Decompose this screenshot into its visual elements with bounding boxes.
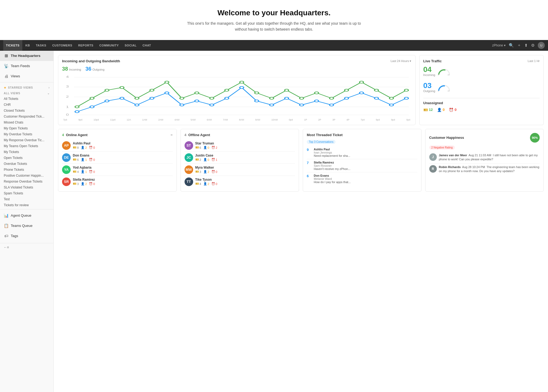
unassigned-title: Unassigned [423,101,540,105]
nav-chat[interactable]: CHAT [140,40,154,51]
outgoing-label: Outgoing [92,68,104,71]
sidebar-collapse-btn[interactable]: ←≡ [0,243,53,251]
sidebar-link-phone[interactable]: Phone Tickets [0,167,53,173]
sidebar-link-spam[interactable]: Spam Tickets [0,190,53,196]
nav-tasks[interactable]: TASKS [33,40,49,51]
sidebar-item-views[interactable]: 🖨 Views [0,71,53,81]
overdue-icon: ⏰ [449,108,453,112]
agent-stats-1: 🎫 6 👤 1 ⏰ 0 [73,158,173,161]
share-icon[interactable]: ⬆ [524,43,528,48]
sidebar-item-agent-queue[interactable]: 📊 Agent Queue [0,210,53,221]
agent-info-2: Yod Agbaria 🎫 4 👤 1 ⏰ 0 [73,166,173,173]
sidebar-link-for-review[interactable]: Tickets for review [0,202,53,208]
bandwidth-title: Incoming and Outgoing Bandwidth [62,59,120,63]
outgoing-gauge-svg: 10 0 [437,84,451,92]
agent-stats-2: 🎫 4 👤 1 ⏰ 0 [73,170,173,173]
nav-reports[interactable]: REPORTS [75,40,96,51]
starred-views-header[interactable]: ★ STARRED VIEWS › [0,84,53,90]
offline-agent-info-1: Justin Case 🎫 2 👤 0 ⏰ 1 [195,154,295,161]
sidebar-link-overdue[interactable]: Overdue Tickets [0,161,53,167]
sidebar-link-open[interactable]: Open Tickets [0,155,53,161]
teams-queue-icon: 📋 [4,223,9,228]
svg-point-11 [90,97,94,99]
incoming-legend: 38 Incoming [62,66,81,72]
offline-agent-stats-0: 🎫 6 👤 0 ⏰ 2 [195,146,295,149]
nav-tickets[interactable]: TICKETS [3,40,22,51]
svg-point-31 [390,97,394,99]
nav-customers[interactable]: CUSTOMERS [49,40,75,51]
sidebar-link-my-open[interactable]: My Open Tickets [0,125,53,131]
happiness-score: 90% [530,133,540,143]
svg-point-52 [359,92,363,94]
agent-avatar-0: AP [62,141,71,150]
nav-kb[interactable]: KB [23,40,33,51]
nav-social[interactable]: SOCIAL [122,40,139,51]
hero-description: This one's for the managers. Get all you… [183,20,365,32]
svg-point-14 [135,97,139,99]
svg-point-32 [404,89,408,91]
svg-point-13 [120,86,124,89]
user-avatar[interactable]: U [538,42,545,49]
unassigned-stat-agents: 👤 0 [437,108,445,112]
svg-point-47 [285,97,289,99]
feedback-text-1: Robin Richards Aug 28 10:24 PM The engin… [439,165,540,173]
sidebar-item-team-feeds[interactable]: 📡 Team Feeds [0,61,53,71]
svg-point-46 [270,104,274,106]
sidebar-link-all-tickets[interactable]: All Tickets [0,96,53,102]
outgoing-gauge-section: 03 Outgoing 10 0 [423,82,540,94]
sidebar-main-section: ⊞ The Headquarters 📡 Team Feeds 🖨 Views [0,51,53,81]
agent-stats-0: 🎫 8 👤 2 ⏰ 0 [73,146,173,149]
offline-agents-card: 4 Offline Agent ST Star Truman 🎫 6 👤 0 ⏰… [181,129,299,192]
gear-icon[interactable]: ⚙ [531,43,535,48]
nav-community[interactable]: COMMUNITY [97,40,121,51]
app-name[interactable]: zPhone ▾ [492,43,506,47]
sidebar-link-closed[interactable]: Closed Tickets [0,108,53,114]
offline-agent-info-3: Tike Tyson 🎫 4 👤 2 ⏰ 0 [195,178,295,186]
svg-text:2: 2 [66,95,69,98]
sidebar-item-tags[interactable]: 🏷 Tags [0,231,53,241]
sidebar-link-my-response-overdue[interactable]: My Response Overdue Tic... [0,137,53,143]
offline-agent-avatar-1: JC [185,153,193,162]
sidebar-link-my-overdue[interactable]: My Overdue Tickets [0,131,53,137]
sidebar-link-response-overdue[interactable]: Response Overdue Tickets [0,179,53,184]
svg-point-42 [210,104,214,106]
online-agents-menu-icon[interactable]: ≡ [171,133,173,137]
sidebar-link-missed-chats[interactable]: Missed Chats [0,119,53,125]
bandwidth-time-range[interactable]: Last 24 Hours ▾ [391,59,412,63]
headquarters-icon: ⊞ [4,53,9,58]
all-views-header[interactable]: ALL VIEWS ⌄ [0,90,53,96]
sidebar-item-headquarters[interactable]: ⊞ The Headquarters [0,51,53,61]
svg-point-53 [374,97,378,99]
sidebar-link-sla[interactable]: SLA Violated Tickets [0,184,53,190]
most-threaded-header: Most Threaded Ticket [307,133,417,137]
svg-text:4: 4 [66,75,69,78]
sidebar-item-teams-queue[interactable]: 📋 Teams Queue [0,221,53,231]
sidebar-link-my-tickets[interactable]: My Tickets [0,149,53,155]
tags-icon: 🏷 [4,234,9,238]
hero-section: Welcome to your Headquarters. This one's… [0,0,548,40]
sidebar: ⊞ The Headquarters 📡 Team Feeds 🖨 Views … [0,51,54,392]
online-agents-title: 4 Online Agent [62,133,88,137]
svg-text:0: 0 [438,74,439,76]
unassigned-overdue-num: 0 [455,108,456,112]
happiness-title: Customer Happiness [429,136,464,140]
sidebar-link-chr[interactable]: CHR [0,102,53,108]
search-icon[interactable]: 🔍 [509,43,514,48]
sidebar-link-test[interactable]: Test [0,196,53,202]
live-traffic-header: Live Traffic Last 1 Hr [423,59,540,63]
hero-title: Welcome to your Headquarters. [5,9,543,17]
sidebar-link-teams-open[interactable]: My Teams Open Tickets [0,143,53,149]
live-traffic-divider [423,98,540,98]
agent-stats-3: 🎫 3 👤 2 ⏰ 0 [73,182,173,186]
agent-row-3: SR Stella Ramirez 🎫 3 👤 2 ⏰ 0 [62,176,173,188]
svg-point-48 [300,104,304,106]
incoming-count: 38 [62,66,68,72]
unassigned-stat-overdue: ⏰ 0 [449,108,456,112]
sidebar-link-customer-responded[interactable]: Customer Responded Tick... [0,114,53,119]
plus-icon[interactable]: ＋ [517,43,521,48]
sidebar-link-positive[interactable]: Positive Customer Happin... [0,173,53,179]
nav-right: zPhone ▾ 🔍 ＋ ⬆ ⚙ U [492,42,545,49]
unassigned-agents-num: 0 [443,108,445,112]
thread-info-2: Don Evans Melanie Ward How do I pay for … [314,174,417,184]
offline-agents-title: 4 Offline Agent [185,133,210,137]
